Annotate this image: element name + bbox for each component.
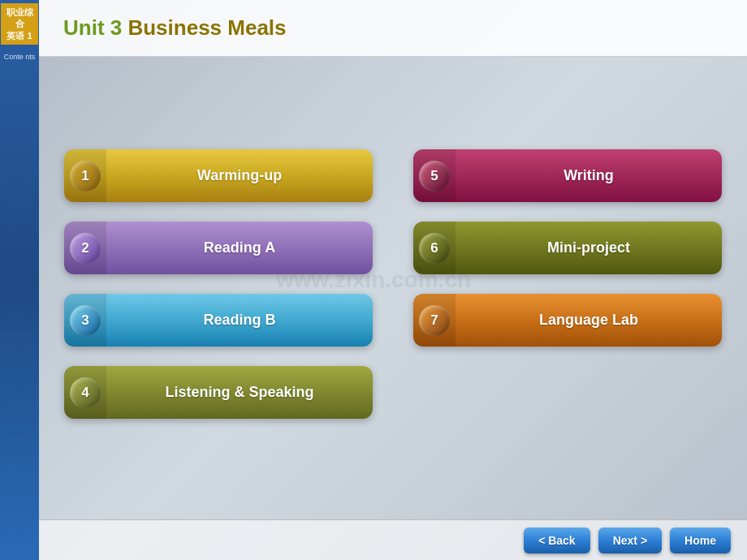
sidebar-logo: 职业综合 英语 1 xyxy=(1,3,38,45)
title-text: Business Meals xyxy=(122,15,286,40)
sidebar: 职业综合 英语 1 Conte nts xyxy=(0,0,39,560)
menu-bubble-6: 6 xyxy=(413,222,456,274)
logo-line1: 职业综合 xyxy=(6,7,33,28)
menu-num-3: 3 xyxy=(70,305,101,336)
menu-grid: 1Warming-up2Reading A3Reading B4Listenin… xyxy=(56,141,730,435)
menu-item-5[interactable]: 5Writing xyxy=(413,149,722,202)
page-title: Unit 3 Business Meals xyxy=(63,15,287,41)
menu-bubble-5: 5 xyxy=(413,149,456,202)
menu-label-6: Mini-project xyxy=(456,239,722,256)
menu-num-7: 7 xyxy=(419,305,450,336)
menu-bubble-1: 1 xyxy=(64,149,106,202)
menu-label-7: Language Lab xyxy=(456,312,722,329)
bottombar: < Back Next > Home xyxy=(39,519,747,560)
next-button[interactable]: Next > xyxy=(598,528,662,554)
menu-item-6[interactable]: 6Mini-project xyxy=(413,222,722,274)
menu-item-2[interactable]: 2Reading A xyxy=(64,222,373,274)
logo-line2: 英语 1 xyxy=(6,31,32,41)
menu-label-3: Reading B xyxy=(106,312,373,329)
menu-num-1: 1 xyxy=(70,161,101,192)
topbar: Unit 3 Business Meals xyxy=(39,0,747,57)
menu-num-4: 4 xyxy=(70,377,101,408)
menu-num-6: 6 xyxy=(419,233,450,264)
back-button[interactable]: < Back xyxy=(524,528,590,554)
menu-bubble-3: 3 xyxy=(64,294,106,347)
menu-num-2: 2 xyxy=(70,233,101,264)
menu-bubble-4: 4 xyxy=(64,366,106,419)
menu-num-5: 5 xyxy=(419,161,450,192)
main-content: 1Warming-up2Reading A3Reading B4Listenin… xyxy=(39,57,747,519)
menu-item-3[interactable]: 3Reading B xyxy=(64,294,373,347)
home-button[interactable]: Home xyxy=(670,528,731,554)
menu-label-2: Reading A xyxy=(106,239,373,256)
menu-item-1[interactable]: 1Warming-up xyxy=(64,149,373,202)
menu-item-7[interactable]: 7Language Lab xyxy=(413,294,722,347)
menu-label-1: Warming-up xyxy=(106,167,373,184)
menu-label-5: Writing xyxy=(456,167,722,184)
sidebar-contents: Conte nts xyxy=(2,51,37,64)
menu-label-4: Listening & Speaking xyxy=(106,384,373,401)
menu-bubble-7: 7 xyxy=(413,294,456,347)
title-unit: Unit 3 xyxy=(63,15,122,40)
menu-item-4[interactable]: 4Listening & Speaking xyxy=(64,366,373,419)
menu-bubble-2: 2 xyxy=(64,222,106,274)
